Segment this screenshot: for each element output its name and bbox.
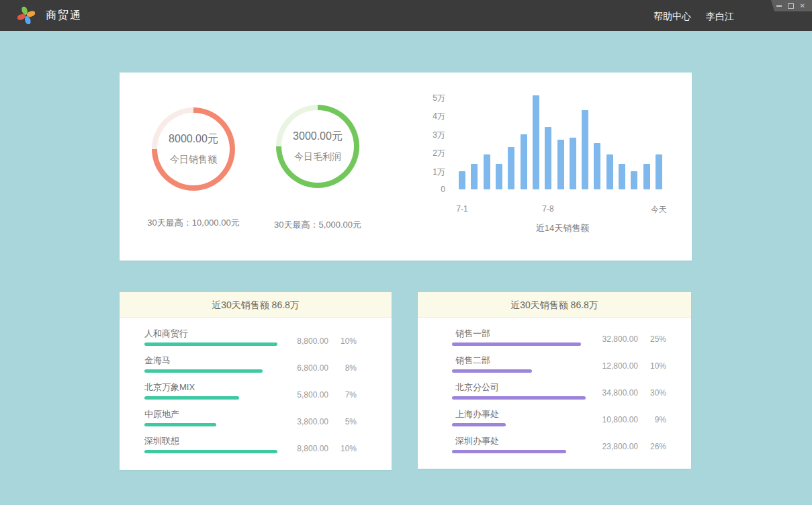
rank-row: 深圳办事处23,800.0026% [452, 436, 666, 453]
department-rank-title: 近30天销售额 86.8万 [418, 292, 691, 318]
sales-bar [594, 143, 600, 189]
y-axis-tick: 5万 [415, 93, 445, 104]
rank-item-amount: 5,800.00 [285, 390, 328, 400]
rank-item-bar [144, 423, 216, 426]
customer-rank-list: 人和商贸行8,800.0010%金海马6,800.008%北京万象MIX5,80… [120, 318, 392, 453]
rank-item-amount: 6,800.00 [285, 363, 328, 373]
department-rank-card: 近30天销售额 86.8万 销售一部32,800.0025%销售二部12,800… [418, 292, 691, 469]
rank-item-values: 5,800.007% [285, 390, 357, 400]
rank-item-values: 3,800.005% [285, 417, 357, 426]
close-icon[interactable]: ✕ [800, 3, 805, 9]
rank-item-values: 34,800.0030% [595, 388, 666, 398]
sales-bar [521, 134, 527, 189]
rank-item-amount: 8,800.00 [285, 336, 328, 346]
rank-item-values: 12,800.0010% [595, 361, 666, 371]
rank-item-values: 6,800.008% [285, 363, 357, 373]
y-axis-tick: 2万 [415, 148, 445, 159]
rank-item-bar [452, 342, 581, 346]
today-profit-value: 3000.00元 [293, 130, 343, 144]
profit-30d-max: 30天最高：5,000.00元 [237, 219, 398, 231]
window-controls: ✕ [765, 0, 812, 11]
rank-item-percent: 8% [336, 363, 357, 373]
rank-item-values: 23,800.0026% [595, 442, 666, 451]
chart-caption: 近14天销售额 [459, 222, 666, 234]
sales-bar [570, 138, 576, 189]
rank-row: 金海马6,800.008% [144, 355, 357, 373]
rank-item-amount: 23,800.00 [595, 442, 638, 451]
rank-item-values: 32,800.0025% [595, 334, 666, 344]
rank-item-percent: 10% [336, 336, 357, 346]
overview-card: 8000.00元 今日销售额 30天最高：10,000.00元 3000.00元… [120, 73, 692, 261]
user-menu[interactable]: 李白江 [706, 11, 734, 23]
sales-bar [557, 140, 564, 189]
x-axis-tick: 7-8 [528, 204, 568, 214]
rank-item-percent: 5% [336, 417, 357, 426]
rank-item-values: 8,800.0010% [285, 336, 357, 346]
y-axis-tick: 0 [415, 185, 445, 194]
sales-bar [496, 164, 502, 189]
rank-item-percent: 25% [646, 334, 666, 344]
help-center-link[interactable]: 帮助中心 [653, 11, 691, 23]
today-sales-label: 今日销售额 [170, 154, 217, 166]
rank-item-amount: 34,800.00 [595, 388, 638, 398]
rank-item-percent: 10% [336, 444, 357, 453]
sales-bar [533, 95, 539, 189]
rank-item-percent: 30% [646, 388, 666, 398]
today-profit-label: 今日毛利润 [294, 151, 341, 163]
rank-item-bar [452, 369, 532, 373]
y-axis-tick: 1万 [415, 167, 445, 178]
rank-item-values: 10,800.009% [595, 415, 666, 424]
rank-item-bar [452, 423, 506, 426]
rank-item-bar [144, 369, 263, 373]
customer-rank-title: 近30天销售额 86.8万 [120, 292, 392, 318]
sales-bar [643, 164, 650, 189]
x-axis-tick: 今天 [639, 204, 679, 216]
rank-item-bar [144, 450, 277, 453]
today-sales-donut: 8000.00元 今日销售额 [152, 107, 235, 191]
sales-bar [619, 164, 625, 189]
sales-bar [471, 164, 478, 189]
rank-item-amount: 3,800.00 [285, 417, 328, 426]
rank-row: 销售二部12,800.0010% [452, 355, 666, 373]
rank-row: 北京万象MIX5,800.007% [144, 382, 357, 400]
rank-item-amount: 10,800.00 [595, 415, 638, 424]
today-sales-value: 8000.00元 [169, 132, 218, 146]
y-axis-tick: 3万 [415, 130, 445, 141]
maximize-icon[interactable] [788, 3, 794, 9]
rank-item-percent: 9% [646, 415, 666, 424]
x-axis-tick: 7-1 [442, 204, 482, 214]
sales-bar [508, 147, 514, 189]
rank-row: 销售一部32,800.0025% [452, 328, 666, 346]
app-logo-icon [17, 7, 35, 24]
rank-item-bar [144, 396, 239, 400]
rank-item-amount: 32,800.00 [595, 334, 638, 344]
sales-bar [545, 127, 551, 189]
rank-row: 上海办事处10,800.009% [452, 409, 666, 426]
rank-row: 中原地产3,800.005% [144, 409, 357, 426]
sales-bar [459, 171, 465, 189]
rank-row: 北京分公司34,800.0030% [452, 382, 666, 400]
department-rank-list: 销售一部32,800.0025%销售二部12,800.0010%北京分公司34,… [418, 318, 691, 453]
rank-item-percent: 26% [646, 442, 666, 451]
customer-rank-card: 近30天销售额 86.8万 人和商贸行8,800.0010%金海马6,800.0… [120, 292, 392, 470]
rank-item-amount: 12,800.00 [595, 361, 638, 371]
titlebar: 商贸通 帮助中心 李白江 ✕ [0, 0, 812, 31]
today-profit-donut: 3000.00元 今日毛利润 [276, 105, 359, 188]
app-title: 商贸通 [46, 9, 82, 23]
minimize-icon[interactable] [776, 5, 782, 7]
rank-item-percent: 7% [336, 390, 357, 400]
rank-item-amount: 8,800.00 [285, 444, 328, 453]
rank-item-values: 8,800.0010% [285, 444, 357, 453]
bars-area [459, 95, 662, 189]
sales-bar [656, 154, 662, 189]
sales-bar [484, 154, 490, 189]
rank-item-bar [452, 396, 586, 400]
sales-bar [631, 171, 637, 189]
rank-item-percent: 10% [646, 361, 666, 371]
rank-item-bar [452, 450, 566, 453]
rank-row: 人和商贸行8,800.0010% [144, 328, 357, 346]
rank-row: 深圳联想8,800.0010% [144, 436, 357, 453]
rank-item-bar [144, 342, 277, 346]
y-axis-tick: 4万 [415, 111, 445, 122]
sales-bar [606, 154, 613, 189]
